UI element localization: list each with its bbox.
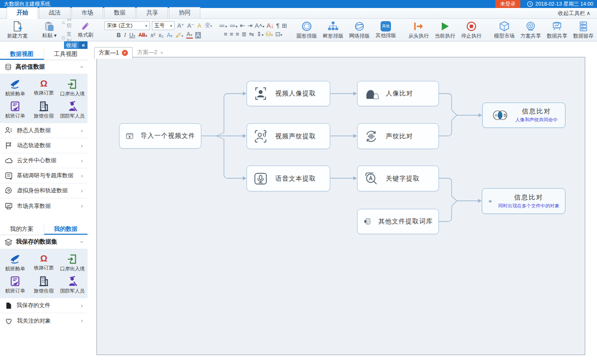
node-info-compare-2[interactable]: AB 信息比对 同时出现在多个文件中的对象 [482,188,565,214]
my-saved-files[interactable]: 我保存的文件 › [0,298,88,313]
font-family-select[interactable]: 宋体 (正文)▾ [104,21,150,30]
my-tab[interactable]: 我的数据 [44,224,88,235]
category-dynamic-track[interactable]: 动态轨迹数据 › [0,138,88,153]
network-layout-button[interactable]: 网络排版 [346,20,373,40]
sidebar-collapse-button[interactable]: 收缩 « [64,41,88,49]
flow-canvas[interactable]: 导入一个视频文件 视频人像提取 视频声纹提取 语音文本提取 人像比对 声纹比对 [96,57,585,355]
my-followed-objects[interactable]: 我关注的对象 › [0,313,88,328]
my-tab[interactable]: 我的方案 [0,224,44,235]
dataset-railway-ticket[interactable]: Ω 铁路订票 [30,252,58,272]
ribbon-tab[interactable]: 共享 [136,7,168,18]
line-spacing-button[interactable]: ⇕▾ [256,31,263,38]
login-status-badge[interactable]: 未登录 [495,0,520,8]
node-keyword-extract[interactable]: 关键字提取 [357,166,439,191]
ribbon-tab[interactable]: 协同 [169,7,200,18]
canvas-tab[interactable]: 方案—2 × [133,47,168,58]
node-speech-to-text[interactable]: 语音文本提取 [247,166,330,191]
node-info-compare-1[interactable]: AB 信息比对 人像和声纹共同命中 [482,103,565,128]
dataset-flight-order[interactable]: 航班订单 [1,99,30,119]
dataset-hotel-stay[interactable]: 旅馆住宿 [30,274,58,294]
char-scale-button[interactable]: A˄▾ [255,22,264,29]
bold-button[interactable]: B [116,32,121,39]
data-share-button[interactable]: 数据共享 [544,20,570,40]
dataset-military[interactable]: 国防军人员 [58,99,87,119]
plan-share-button[interactable]: 方案共享 [517,20,544,40]
sort-button[interactable]: A↓ [267,22,274,29]
other-layout-button[interactable]: 其他 其他排版 [373,21,399,40]
ribbon-tab[interactable]: 市场 [72,7,103,18]
data-retention-button[interactable]: 数据留存 [570,20,597,40]
italic-button[interactable]: I [124,32,127,39]
high-value-header[interactable]: 高价值数据 › [0,60,88,74]
node-voiceprint-compare[interactable]: 声纹比对 [357,123,439,149]
dataset-railway-ticket[interactable]: Ω 铁路订票 [30,77,58,97]
stop-button[interactable]: 停止执行 [458,20,485,40]
run-from-start-button[interactable]: 从头执行 [406,20,432,40]
category-survey-library[interactable]: 基础调研与专题库数据 › [0,168,88,183]
grow-font-button[interactable]: A⁺ [177,23,184,29]
paste-icon [44,21,55,32]
paste-button[interactable]: 粘贴 ▾ [37,21,62,40]
node-face-extract[interactable]: 视频人像提取 [247,81,330,106]
justify-button[interactable]: ≣ [241,31,247,38]
new-plan-group: 新建方案 [2,20,33,40]
format-painter-button[interactable]: 格式刷 [73,21,98,39]
align-center-button[interactable]: ≡ [230,31,233,38]
dataset-flight-order[interactable]: 航班订单 [1,274,30,294]
saved-datasets-header[interactable]: 我保存的数据集 › [0,235,88,249]
close-icon[interactable]: × [122,50,128,56]
node-other-files-lexicon[interactable]: 其他文件提取词库 [357,209,439,234]
ribbon-tabstrip: 开始战法市场数据共享协同 收起工具栏 ∧ [0,8,597,19]
font-size-select[interactable]: 五号▾ [152,21,175,30]
model-market-button[interactable]: 模型市场 [491,20,517,40]
font-color-button[interactable]: A▾ [186,32,193,39]
text-effects-button[interactable]: A▾ [167,32,173,39]
dataset-border-entry[interactable]: 口岸出入境 [58,77,87,97]
indent-button[interactable]: ⇥ [247,22,253,29]
dataset-flight-manifest[interactable]: 航班舱单 [1,77,30,97]
view-tab[interactable]: 数据视图 [0,49,44,60]
new-plan-button[interactable]: 新建方案 [4,20,31,40]
clear-format-button[interactable]: A [197,23,202,29]
change-case-button[interactable]: 变▾ [204,22,213,30]
number-list-button[interactable]: ≕▾ [230,22,238,29]
table-button[interactable]: ⊞ [282,22,287,29]
strikethrough-button[interactable]: AB▾ [138,32,147,38]
align-right-button[interactable]: ≡ [236,31,239,38]
ribbon-tab[interactable]: 开始 [7,7,38,19]
fill-color-button[interactable]: ⛁▾ [266,31,273,38]
outdent-button[interactable]: ⇤ [240,22,245,29]
distribute-button[interactable]: ⇋ [249,31,254,38]
highlight-button[interactable]: 🖉▾ [175,32,184,39]
ribbon-tab[interactable]: 战法 [39,7,71,18]
high-value-grid: 航班舱单 Ω 铁路订票 口岸出入境 航班订单 旅馆住宿 [0,74,88,123]
node-face-compare[interactable]: 人像比对 [357,81,439,106]
dataset-hotel-stay[interactable]: 旅馆住宿 [30,99,58,119]
ribbon-tab[interactable]: 数据 [104,7,135,18]
collapse-toolbar-button[interactable]: 收起工具栏 ∧ [558,10,590,17]
dataset-flight-manifest[interactable]: 航班舱单 [1,252,30,272]
circle-layout-button[interactable]: 圆形排版 [294,20,320,40]
subscript-button[interactable]: x₂ [158,32,164,39]
node-import-video[interactable]: 导入一个视频文件 [119,123,201,149]
align-left-button[interactable]: ≡ [224,31,228,38]
borders-button[interactable]: ⊡▾ [275,31,282,38]
category-cloud-files[interactable]: 云文件中心数据 › [0,153,88,168]
underline-button[interactable]: U▾ [129,32,136,39]
dataset-border-entry[interactable]: 口岸出入境 [58,252,87,272]
category-market-share[interactable]: 市场共享数据 › [0,198,88,214]
show-marks-button[interactable]: ¶ [276,22,279,29]
superscript-button[interactable]: x² [150,32,156,39]
shrink-font-button[interactable]: A⁻ [187,23,194,29]
shading-button[interactable]: A [195,32,201,39]
node-voiceprint-extract[interactable]: 视频声纹提取 [247,123,330,149]
close-icon[interactable]: × [160,50,163,55]
category-virtual-identity[interactable]: 虚拟身份和轨迹数据 › [0,183,88,198]
dataset-military[interactable]: 国防军人员 [58,274,87,294]
tree-layout-button[interactable]: 树形排版 [320,20,346,40]
category-static-person[interactable]: 静态人员数据 › [0,123,88,138]
run-current-button[interactable]: 当前执行 [432,20,458,40]
canvas-tab[interactable]: 方案—1 × [94,47,133,59]
view-tab[interactable]: 工具视图 [44,49,88,60]
bullet-list-button[interactable]: ≔▾ [219,22,227,29]
